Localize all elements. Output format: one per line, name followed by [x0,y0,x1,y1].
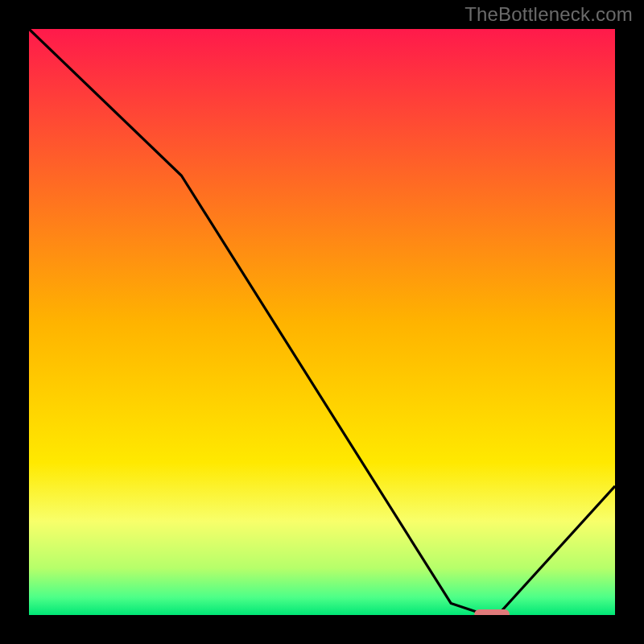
chart-container: TheBottleneck.com [0,0,644,644]
watermark-text: TheBottleneck.com [464,3,633,26]
plot-background [29,29,615,615]
match-marker [474,609,510,619]
bottleneck-chart [0,0,644,644]
